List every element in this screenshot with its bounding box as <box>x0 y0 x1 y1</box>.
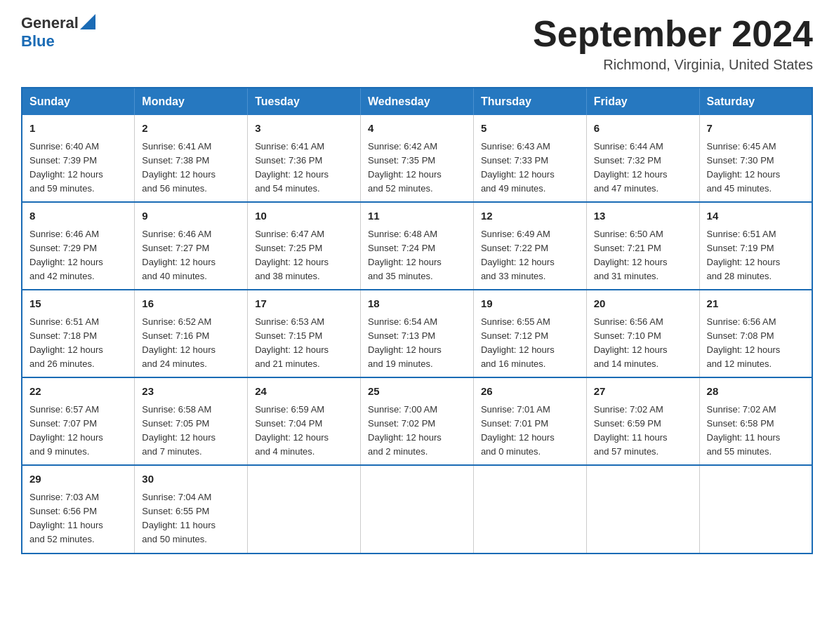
day-number: 14 <box>707 208 805 224</box>
day-number: 5 <box>481 121 579 137</box>
calendar-cell: 11Sunrise: 6:48 AMSunset: 7:24 PMDayligh… <box>361 202 474 290</box>
day-info: Sunrise: 6:58 AMSunset: 7:05 PMDaylight:… <box>142 403 240 459</box>
day-info: Sunrise: 6:48 AMSunset: 7:24 PMDaylight:… <box>368 227 466 284</box>
header-cell-friday: Friday <box>586 88 699 115</box>
day-info: Sunrise: 6:45 AMSunset: 7:30 PMDaylight:… <box>707 140 805 196</box>
calendar-cell: 27Sunrise: 7:02 AMSunset: 6:59 PMDayligh… <box>586 377 699 465</box>
day-number: 22 <box>29 384 127 400</box>
calendar-row-1: 1Sunrise: 6:40 AMSunset: 7:39 PMDaylight… <box>22 115 812 202</box>
day-info: Sunrise: 6:50 AMSunset: 7:21 PMDaylight:… <box>594 227 692 284</box>
calendar-cell: 1Sunrise: 6:40 AMSunset: 7:39 PMDaylight… <box>22 115 135 202</box>
day-info: Sunrise: 6:59 AMSunset: 7:04 PMDaylight:… <box>255 403 353 459</box>
day-number: 12 <box>481 208 579 224</box>
day-info: Sunrise: 6:46 AMSunset: 7:29 PMDaylight:… <box>29 227 127 284</box>
calendar-row-2: 8Sunrise: 6:46 AMSunset: 7:29 PMDaylight… <box>22 202 812 290</box>
calendar-cell <box>361 465 474 553</box>
day-number: 20 <box>594 296 692 312</box>
calendar-cell: 15Sunrise: 6:51 AMSunset: 7:18 PMDayligh… <box>22 290 135 377</box>
day-number: 24 <box>255 384 353 400</box>
day-number: 15 <box>29 296 127 312</box>
day-info: Sunrise: 6:47 AMSunset: 7:25 PMDaylight:… <box>255 227 353 284</box>
day-number: 6 <box>594 121 692 137</box>
calendar-cell: 23Sunrise: 6:58 AMSunset: 7:05 PMDayligh… <box>135 377 248 465</box>
day-info: Sunrise: 6:56 AMSunset: 7:10 PMDaylight:… <box>594 315 692 372</box>
calendar-cell: 2Sunrise: 6:41 AMSunset: 7:38 PMDaylight… <box>135 115 248 202</box>
calendar-cell: 13Sunrise: 6:50 AMSunset: 7:21 PMDayligh… <box>586 202 699 290</box>
day-number: 1 <box>29 121 127 137</box>
calendar-row-3: 15Sunrise: 6:51 AMSunset: 7:18 PMDayligh… <box>22 290 812 377</box>
day-info: Sunrise: 6:42 AMSunset: 7:35 PMDaylight:… <box>368 140 466 196</box>
day-number: 13 <box>594 208 692 224</box>
header-cell-thursday: Thursday <box>473 88 586 115</box>
day-info: Sunrise: 6:53 AMSunset: 7:15 PMDaylight:… <box>255 315 353 372</box>
day-info: Sunrise: 6:43 AMSunset: 7:33 PMDaylight:… <box>481 140 579 196</box>
day-number: 27 <box>594 384 692 400</box>
calendar-cell <box>248 465 361 553</box>
day-number: 26 <box>481 384 579 400</box>
day-number: 21 <box>707 296 805 312</box>
day-info: Sunrise: 7:01 AMSunset: 7:01 PMDaylight:… <box>481 403 579 459</box>
calendar-cell: 5Sunrise: 6:43 AMSunset: 7:33 PMDaylight… <box>473 115 586 202</box>
day-number: 28 <box>707 384 805 400</box>
day-number: 17 <box>255 296 353 312</box>
calendar-cell: 7Sunrise: 6:45 AMSunset: 7:30 PMDaylight… <box>699 115 812 202</box>
day-info: Sunrise: 6:49 AMSunset: 7:22 PMDaylight:… <box>481 227 579 284</box>
calendar-cell: 25Sunrise: 7:00 AMSunset: 7:02 PMDayligh… <box>361 377 474 465</box>
header-row: SundayMondayTuesdayWednesdayThursdayFrid… <box>22 88 812 115</box>
day-number: 2 <box>142 121 240 137</box>
calendar-cell: 9Sunrise: 6:46 AMSunset: 7:27 PMDaylight… <box>135 202 248 290</box>
day-number: 10 <box>255 208 353 224</box>
header-cell-saturday: Saturday <box>699 88 812 115</box>
calendar-cell <box>586 465 699 553</box>
day-info: Sunrise: 6:52 AMSunset: 7:16 PMDaylight:… <box>142 315 240 372</box>
calendar-cell <box>473 465 586 553</box>
day-number: 8 <box>29 208 127 224</box>
calendar-cell: 16Sunrise: 6:52 AMSunset: 7:16 PMDayligh… <box>135 290 248 377</box>
calendar-cell: 6Sunrise: 6:44 AMSunset: 7:32 PMDaylight… <box>586 115 699 202</box>
day-info: Sunrise: 6:55 AMSunset: 7:12 PMDaylight:… <box>481 315 579 372</box>
header-cell-tuesday: Tuesday <box>248 88 361 115</box>
day-info: Sunrise: 6:56 AMSunset: 7:08 PMDaylight:… <box>707 315 805 372</box>
day-number: 19 <box>481 296 579 312</box>
logo: General Blue <box>21 14 95 51</box>
day-number: 18 <box>368 296 466 312</box>
day-info: Sunrise: 6:44 AMSunset: 7:32 PMDaylight:… <box>594 140 692 196</box>
calendar-cell: 21Sunrise: 6:56 AMSunset: 7:08 PMDayligh… <box>699 290 812 377</box>
calendar-cell: 10Sunrise: 6:47 AMSunset: 7:25 PMDayligh… <box>248 202 361 290</box>
calendar-cell: 19Sunrise: 6:55 AMSunset: 7:12 PMDayligh… <box>473 290 586 377</box>
calendar-table: SundayMondayTuesdayWednesdayThursdayFrid… <box>21 87 813 554</box>
calendar-cell: 26Sunrise: 7:01 AMSunset: 7:01 PMDayligh… <box>473 377 586 465</box>
svg-marker-0 <box>80 14 95 29</box>
day-info: Sunrise: 6:40 AMSunset: 7:39 PMDaylight:… <box>29 140 127 196</box>
header-cell-sunday: Sunday <box>22 88 135 115</box>
location-subtitle: Richmond, Virginia, United States <box>533 57 813 73</box>
day-info: Sunrise: 6:51 AMSunset: 7:19 PMDaylight:… <box>707 227 805 284</box>
logo-blue-text: Blue <box>21 32 55 50</box>
calendar-header: SundayMondayTuesdayWednesdayThursdayFrid… <box>22 88 812 115</box>
day-info: Sunrise: 6:41 AMSunset: 7:38 PMDaylight:… <box>142 140 240 196</box>
day-number: 11 <box>368 208 466 224</box>
day-number: 29 <box>29 471 127 488</box>
page-header: General Blue September 2024 Richmond, Vi… <box>21 14 813 73</box>
header-cell-monday: Monday <box>135 88 248 115</box>
calendar-cell: 22Sunrise: 6:57 AMSunset: 7:07 PMDayligh… <box>22 377 135 465</box>
calendar-cell <box>699 465 812 553</box>
calendar-row-4: 22Sunrise: 6:57 AMSunset: 7:07 PMDayligh… <box>22 377 812 465</box>
day-info: Sunrise: 7:02 AMSunset: 6:58 PMDaylight:… <box>707 403 805 459</box>
day-number: 30 <box>142 471 240 488</box>
day-info: Sunrise: 6:51 AMSunset: 7:18 PMDaylight:… <box>29 315 127 372</box>
calendar-cell: 29Sunrise: 7:03 AMSunset: 6:56 PMDayligh… <box>22 465 135 553</box>
day-number: 4 <box>368 121 466 137</box>
calendar-cell: 12Sunrise: 6:49 AMSunset: 7:22 PMDayligh… <box>473 202 586 290</box>
calendar-cell: 17Sunrise: 6:53 AMSunset: 7:15 PMDayligh… <box>248 290 361 377</box>
calendar-cell: 30Sunrise: 7:04 AMSunset: 6:55 PMDayligh… <box>135 465 248 553</box>
day-number: 7 <box>707 121 805 137</box>
day-info: Sunrise: 7:04 AMSunset: 6:55 PMDaylight:… <box>142 490 240 547</box>
calendar-cell: 20Sunrise: 6:56 AMSunset: 7:10 PMDayligh… <box>586 290 699 377</box>
calendar-body: 1Sunrise: 6:40 AMSunset: 7:39 PMDaylight… <box>22 115 812 553</box>
month-title: September 2024 <box>533 14 813 54</box>
calendar-cell: 4Sunrise: 6:42 AMSunset: 7:35 PMDaylight… <box>361 115 474 202</box>
calendar-cell: 8Sunrise: 6:46 AMSunset: 7:29 PMDaylight… <box>22 202 135 290</box>
day-info: Sunrise: 7:02 AMSunset: 6:59 PMDaylight:… <box>594 403 692 459</box>
calendar-cell: 14Sunrise: 6:51 AMSunset: 7:19 PMDayligh… <box>699 202 812 290</box>
